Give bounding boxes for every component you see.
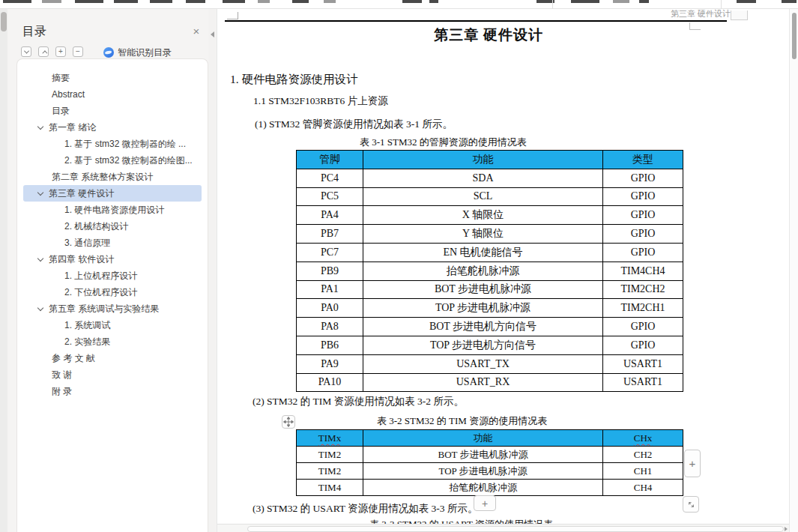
table-row: PB6TOP 步进电机方向信号GPIO	[297, 336, 683, 354]
horizontal-scrollbar-track[interactable]	[247, 526, 784, 532]
toc-item-label: 2. 机械结构设计	[64, 218, 128, 235]
toc-item-chapter4[interactable]: 第四章 软件设计	[23, 251, 202, 267]
toc-item-appendix[interactable]: 附 录	[23, 383, 202, 399]
toc-item-label: 2. 下位机程序设计	[64, 284, 137, 300]
toolbar-icon-fragment	[258, 0, 270, 3]
table-row: PA9USART_TXUSART1	[297, 354, 683, 373]
horizontal-scrollbar[interactable]	[217, 524, 789, 532]
table1-caption: 表 3-1 STM32 的管脚资源的使用情况表	[360, 136, 527, 149]
toc-panel-title: 目录	[22, 24, 46, 40]
toc-item-chapter2[interactable]: 第二章 系统整体方案设计	[23, 169, 202, 185]
table-cell: USART1	[603, 373, 683, 392]
zoom-in-button[interactable]: +	[55, 46, 66, 57]
table-header-cell: CHx	[603, 430, 683, 447]
toc-item-chapter3-selected[interactable]: 第三章 硬件设计	[23, 185, 202, 202]
spellcheck-underline: CHx	[634, 432, 653, 444]
table-cell: GPIO	[603, 336, 683, 354]
paragraph: (1) STM32 管脚资源使用情况如表 3-1 所示。	[255, 118, 453, 131]
toolbar-icon-fragment	[223, 0, 245, 3]
toc-item-label: 2. 基于 stm32 微控制器的绘图...	[64, 152, 193, 169]
table-row: PA10USART_RXUSART1	[297, 373, 683, 392]
toc-item-chapter1-1[interactable]: 1. 基于 stm32 微控制器的绘 ...	[23, 136, 202, 152]
collapse-all-button[interactable]	[38, 46, 49, 57]
table-cell: TIM2	[297, 463, 363, 480]
vertical-scrollbar[interactable]	[789, 9, 798, 532]
table-cell: USART_TX	[363, 354, 603, 373]
expand-diagonal-button[interactable]	[683, 496, 699, 513]
toolbar-icon-fragment	[150, 0, 172, 3]
toc-item-chapter3-1[interactable]: 1. 硬件电路资源使用设计	[23, 202, 202, 218]
toc-item-references[interactable]: 参 考 文 献	[23, 350, 202, 366]
toc-item-chapter1-2[interactable]: 2. 基于 stm32 微控制器的绘图...	[23, 152, 202, 169]
subsection-heading: 1.1 STM32F103RBT6 片上资源	[253, 94, 388, 108]
zoom-out-button[interactable]: −	[73, 46, 83, 57]
toc-item-chapter5-1[interactable]: 1. 系统调试	[23, 317, 202, 333]
toc-item-label: 1. 硬件电路资源使用设计	[64, 202, 164, 218]
toc-item-chapter3-2[interactable]: 2. 机械结构设计	[23, 218, 202, 235]
table-row: TIM2BOT 步进电机脉冲源CH2	[297, 447, 683, 463]
table-cell: BOT 步进电机脉冲源	[363, 447, 603, 463]
table-row: PC7EN 电机使能信号GPIO	[297, 243, 683, 262]
table-cell: PB6	[297, 336, 363, 354]
chevron-down-icon	[23, 49, 28, 54]
toc-item-label: 1. 系统调试	[64, 317, 110, 333]
table-cell: PA9	[297, 354, 363, 373]
collapse-sidebar-icon[interactable]	[211, 31, 214, 37]
chevron-down-icon[interactable]	[37, 189, 43, 195]
table-cell: BOT 步进电机方向信号	[363, 318, 603, 336]
table-cell: GPIO	[603, 206, 683, 225]
table-cell: PA10	[297, 373, 363, 392]
table-move-handle[interactable]	[282, 415, 295, 429]
close-icon[interactable]: ×	[190, 25, 203, 38]
toc-item-chapter4-1[interactable]: 1. 上位机程序设计	[23, 267, 202, 284]
toolbar-icon-fragment	[324, 0, 336, 3]
zoom-in-floating-button[interactable]: +	[684, 450, 701, 477]
table-cell: SDA	[363, 169, 603, 187]
toc-item-abstract-en[interactable]: Abstract	[23, 86, 202, 103]
sidebar-splitter[interactable]	[208, 9, 217, 532]
toc-item-acknowledgements[interactable]: 致 谢	[23, 366, 202, 383]
table-cell: EN 电机使能信号	[363, 243, 603, 262]
table-cell: TIM2CH2	[603, 280, 683, 299]
toc-item-label: 附 录	[52, 383, 72, 399]
toolbar-separator	[552, 0, 553, 9]
page-running-header: 第三章 硬件设计	[671, 9, 731, 17]
chevron-down-icon[interactable]	[37, 123, 43, 129]
table-row: PB7Y 轴限位GPIO	[297, 225, 683, 244]
toc-item-label: 第三章 硬件设计	[49, 185, 114, 202]
toc-item-chapter1[interactable]: 第一章 绪论	[23, 119, 202, 136]
expand-all-button[interactable]	[21, 46, 31, 57]
table-cell: CH4	[603, 480, 683, 496]
sidebar-scroll-rail[interactable]	[0, 9, 7, 532]
toc-list-panel: 摘要 Abstract 目录 第一章 绪论 1. 基于 stm32 微控制器的绘…	[16, 58, 208, 532]
table-row: PC5SCLGPIO	[297, 187, 683, 206]
toc-item-chapter5-2[interactable]: 2. 实验结果	[23, 333, 202, 350]
toc-item-label: 2. 实验结果	[64, 333, 110, 350]
toc-item-chapter4-2[interactable]: 2. 下位机程序设计	[23, 284, 202, 300]
toc-item-label: Abstract	[52, 86, 85, 103]
vertical-scrollbar-thumb[interactable]	[792, 13, 797, 59]
table-row: PA8BOT 步进电机方向信号GPIO	[297, 318, 683, 336]
paragraph: (2) STM32 的 TIM 资源使用情况如表 3-2 所示。	[253, 395, 464, 408]
document-page: 第三章 硬件设计 第三章 硬件设计 1. 硬件电路资源使用设计 1.1 STM3…	[217, 9, 789, 532]
table-cell: PB9	[297, 262, 363, 280]
chevron-down-icon[interactable]	[37, 255, 43, 261]
add-annotation-floating-button[interactable]: +	[474, 495, 496, 511]
table-cell: TIM4	[297, 480, 363, 496]
table-header-cell: TIMx	[297, 430, 363, 447]
scroll-right-arrow-icon[interactable]	[785, 527, 788, 531]
table-row: TIM4抬笔舵机脉冲源CH4	[297, 480, 683, 496]
toc-item-chapter5[interactable]: 第五章 系统调试与实验结果	[23, 300, 202, 317]
toc-item-label: 1. 基于 stm32 微控制器的绘 ...	[64, 136, 186, 152]
smart-toc-button[interactable]: 智能识别目录	[103, 46, 172, 58]
table-cell: GPIO	[603, 187, 683, 206]
toolbar-icon-fragment	[292, 0, 309, 3]
toc-item-label: 目录	[52, 103, 70, 119]
toolbar-icon-fragment	[571, 0, 599, 3]
toc-item-chapter3-3[interactable]: 3. 通信原理	[23, 235, 202, 251]
toc-item-contents[interactable]: 目录	[23, 103, 202, 119]
toc-item-abstract-cn[interactable]: 摘要	[23, 70, 202, 86]
chevron-down-icon[interactable]	[37, 304, 43, 310]
sidebar-scrollbar-thumb[interactable]	[1, 12, 7, 31]
toolbar-icon-fragment	[429, 0, 438, 3]
